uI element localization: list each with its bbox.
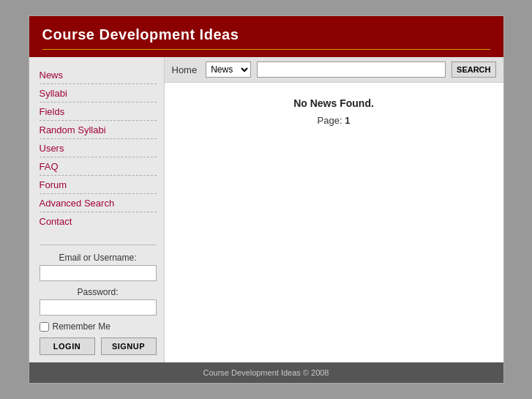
breadcrumb: Home	[172, 64, 198, 75]
remember-checkbox[interactable]	[40, 322, 49, 332]
header-divider	[42, 49, 490, 50]
footer-text: Course Development Ideas © 2008	[203, 368, 329, 377]
page-number: 1	[345, 115, 350, 126]
main-top-bar: Home News Syllabi Fields Users SEARCH	[165, 57, 503, 83]
sidebar-item-forum[interactable]: Forum	[40, 176, 157, 194]
sidebar-item-faq[interactable]: FAQ	[40, 157, 157, 176]
sidebar-item-advanced-search[interactable]: Advanced Search	[40, 194, 157, 212]
remember-label: Remember Me	[53, 321, 110, 332]
body-wrap: News Syllabi Fields Random Syllabi Users…	[29, 57, 503, 362]
app-container: Course Development Ideas News Syllabi Fi…	[29, 15, 504, 384]
search-category-select[interactable]: News Syllabi Fields Users	[206, 61, 251, 78]
search-button[interactable]: SEARCH	[452, 61, 495, 78]
no-news-message: No News Found.	[187, 97, 482, 109]
sidebar-item-users[interactable]: Users	[40, 139, 157, 157]
sidebar-item-news[interactable]: News	[40, 66, 157, 84]
remember-row: Remember Me	[40, 321, 157, 332]
search-input[interactable]	[257, 61, 446, 78]
sidebar-item-syllabi[interactable]: Syllabi	[40, 84, 157, 102]
sidebar-item-fields[interactable]: Fields	[40, 102, 157, 121]
login-button[interactable]: LOGIN	[40, 338, 95, 355]
main-content: Home News Syllabi Fields Users SEARCH No…	[165, 57, 503, 362]
login-buttons: LOGIN SIGNUP	[40, 338, 157, 355]
password-label: Password:	[40, 287, 157, 297]
email-input[interactable]	[40, 265, 157, 281]
password-input[interactable]	[40, 299, 157, 316]
signup-button[interactable]: SIGNUP	[101, 338, 157, 355]
sidebar: News Syllabi Fields Random Syllabi Users…	[29, 57, 165, 362]
main-body: No News Found. Page: 1	[165, 83, 503, 141]
page-info: Page: 1	[187, 115, 482, 126]
sidebar-login: Email or Username: Password: Remember Me…	[40, 245, 157, 355]
page-label: Page:	[318, 115, 342, 126]
sidebar-item-random-syllabi[interactable]: Random Syllabi	[40, 121, 157, 139]
header: Course Development Ideas	[29, 16, 503, 57]
app-title: Course Development Ideas	[42, 26, 490, 43]
sidebar-nav: News Syllabi Fields Random Syllabi Users…	[40, 66, 157, 230]
footer: Course Development Ideas © 2008	[29, 362, 503, 383]
sidebar-item-contact[interactable]: Contact	[40, 212, 157, 230]
email-label: Email or Username:	[40, 253, 157, 263]
